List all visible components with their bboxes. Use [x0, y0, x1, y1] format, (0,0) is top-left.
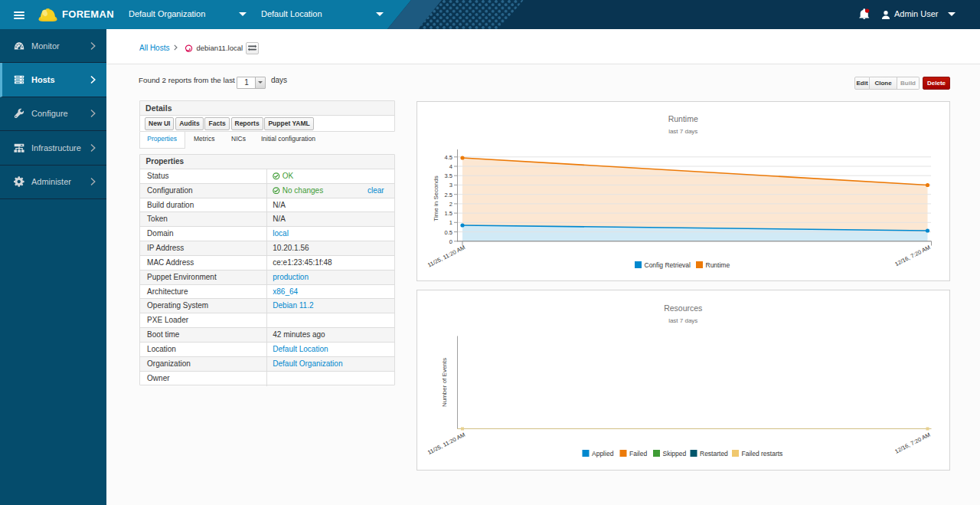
svg-text:1.5: 1.5	[445, 210, 452, 217]
svg-text:12/16, 7:20 AM: 12/16, 7:20 AM	[893, 244, 931, 267]
svg-text:2: 2	[449, 200, 452, 207]
svg-text:Skipped: Skipped	[663, 450, 687, 457]
svg-text:Failed restarts: Failed restarts	[742, 450, 783, 457]
svg-text:4: 4	[449, 163, 452, 170]
svg-text:11/25, 11:20 AM: 11/25, 11:20 AM	[426, 244, 466, 268]
svg-text:Time in Seconds: Time in Seconds	[433, 175, 439, 221]
svg-text:Restarted: Restarted	[700, 450, 728, 457]
svg-text:0.5: 0.5	[445, 228, 452, 235]
svg-text:1: 1	[449, 219, 452, 226]
svg-text:Config Retrieval: Config Retrieval	[645, 261, 691, 268]
svg-text:Number of Events: Number of Events	[441, 358, 448, 407]
svg-text:Runtime: Runtime	[706, 261, 730, 268]
svg-text:Applied: Applied	[592, 450, 614, 457]
svg-text:3.5: 3.5	[445, 172, 452, 179]
svg-text:11/25, 11:20 AM: 11/25, 11:20 AM	[426, 431, 466, 456]
svg-text:4.5: 4.5	[445, 153, 452, 160]
svg-text:2.5: 2.5	[445, 191, 452, 198]
svg-text:12/16, 7:20 AM: 12/16, 7:20 AM	[893, 431, 931, 455]
svg-text:3: 3	[449, 182, 452, 189]
svg-text:0: 0	[449, 238, 452, 244]
svg-text:Failed: Failed	[629, 450, 647, 457]
